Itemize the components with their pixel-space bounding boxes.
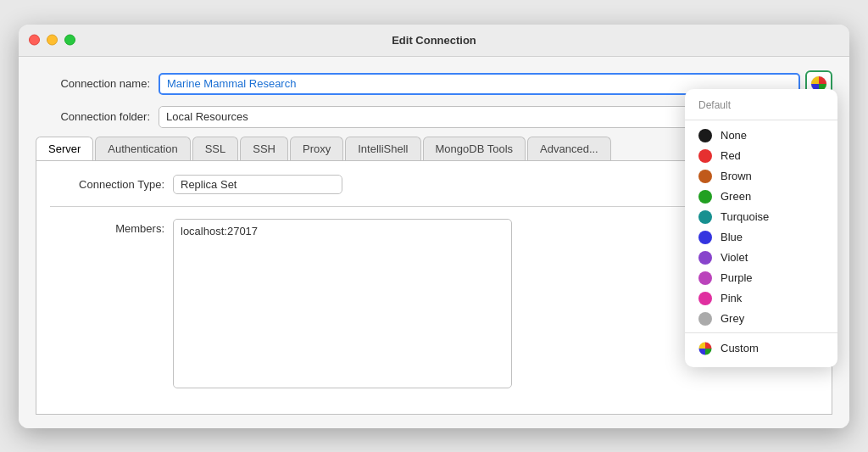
close-button[interactable]: [29, 35, 40, 46]
members-label: Members:: [50, 219, 173, 235]
color-option-pink[interactable]: Pink: [685, 288, 837, 309]
tab-advanced[interactable]: Advanced...: [527, 137, 611, 160]
color-dot-blue: [698, 231, 712, 244]
tab-ssl[interactable]: SSL: [192, 137, 239, 160]
connection-type-value: Replica Set: [173, 175, 342, 194]
tab-ssh[interactable]: SSH: [240, 137, 288, 160]
connection-type-label: Connection Type:: [50, 175, 173, 191]
tab-mongodb-tools[interactable]: MongoDB Tools: [423, 137, 526, 160]
color-label-green: Green: [721, 190, 751, 203]
connection-name-label: Connection name:: [36, 77, 159, 90]
window-title: Edit Connection: [392, 34, 476, 47]
members-value: localhost:27017: [181, 225, 258, 237]
color-dot-none: [698, 129, 712, 142]
color-option-turquoise[interactable]: Turquoise: [685, 207, 837, 227]
color-dot-purple: [698, 271, 712, 285]
maximize-button[interactable]: [64, 35, 75, 46]
tab-server[interactable]: Server: [36, 137, 93, 161]
members-box: localhost:27017: [173, 219, 512, 388]
color-label-turquoise: Turquoise: [721, 210, 769, 223]
color-dot-grey: [698, 312, 712, 326]
color-label-brown: Brown: [721, 170, 752, 182]
color-option-purple[interactable]: Purple: [685, 268, 837, 288]
custom-color-icon: [698, 342, 712, 355]
color-label-custom: Custom: [721, 342, 759, 354]
color-option-violet[interactable]: Violet: [685, 248, 837, 268]
minimize-button[interactable]: [47, 35, 58, 46]
color-picker-dropdown: Default None Red Brown Green Turquoise B…: [685, 89, 837, 367]
dropdown-divider: [685, 120, 837, 120]
color-label-violet: Violet: [721, 251, 748, 264]
color-label-red: Red: [721, 149, 741, 162]
titlebar: Edit Connection: [19, 25, 849, 57]
color-dot-green: [698, 190, 712, 204]
color-section-label: Default: [685, 98, 837, 116]
tab-intellishell[interactable]: IntelliShell: [345, 137, 420, 160]
color-label-purple: Purple: [721, 271, 753, 284]
color-option-custom[interactable]: Custom: [685, 338, 837, 359]
color-label-pink: Pink: [721, 292, 742, 304]
color-dot-red: [698, 149, 712, 163]
color-dot-violet: [698, 251, 712, 265]
main-window: Edit Connection Connection name: Connect…: [19, 25, 849, 428]
color-option-blue[interactable]: Blue: [685, 227, 837, 248]
color-option-green[interactable]: Green: [685, 187, 837, 207]
color-dot-turquoise: [698, 210, 712, 224]
color-label-blue: Blue: [721, 231, 743, 243]
color-label-none: None: [721, 129, 747, 142]
color-option-none[interactable]: None: [685, 126, 837, 146]
color-option-grey[interactable]: Grey: [685, 309, 837, 329]
color-option-brown[interactable]: Brown: [685, 166, 837, 187]
traffic-lights: [29, 35, 75, 46]
color-dot-pink: [698, 292, 712, 305]
dropdown-divider-2: [685, 332, 837, 333]
tab-proxy[interactable]: Proxy: [290, 137, 343, 160]
connection-folder-label: Connection folder:: [36, 110, 159, 123]
tab-authentication[interactable]: Authentication: [95, 137, 190, 160]
color-option-red[interactable]: Red: [685, 146, 837, 166]
color-dot-brown: [698, 170, 712, 183]
color-label-grey: Grey: [721, 312, 744, 325]
